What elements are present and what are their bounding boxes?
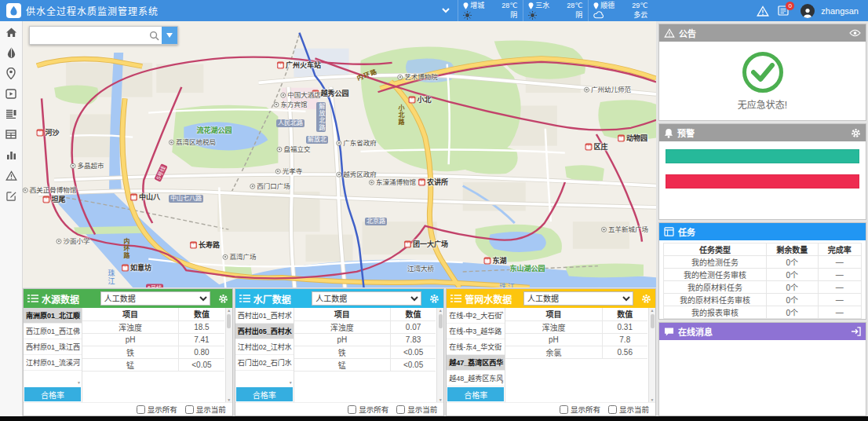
- map-search: [29, 26, 178, 45]
- pass-rate-button[interactable]: 合格率: [236, 387, 293, 401]
- table-scrollbar[interactable]: ▲▼: [225, 308, 232, 402]
- sidebar-item-statistics[interactable]: [0, 145, 22, 165]
- messages-icon[interactable]: 0: [775, 3, 791, 19]
- report-table-icon: [5, 130, 16, 139]
- tasks-table-body: 我的检测任务0个—我的检测任务审核0个—我的原材料任务0个—我的原材料任务审核0…: [664, 256, 862, 319]
- announcement-title: 公告: [679, 27, 696, 39]
- panel-title: 管网水数据: [465, 292, 512, 306]
- bar-chart-icon: [6, 150, 16, 159]
- panel-footer: 显示所有 显示当前: [235, 402, 444, 416]
- map-marker-icon: [6, 68, 16, 79]
- alert-bar-normal[interactable]: [666, 149, 859, 163]
- gear-icon[interactable]: [429, 294, 439, 304]
- data-source-select[interactable]: 人工数据: [523, 291, 633, 306]
- caret-down-icon: [166, 33, 173, 38]
- show-current-checkbox[interactable]: 显示当前: [185, 404, 226, 415]
- station-list-item[interactable]: 江村原01_流溪河: [24, 355, 82, 371]
- task-row: 我的原材料任务0个—: [664, 281, 862, 294]
- sidebar-item-alarm[interactable]: [0, 165, 22, 185]
- parameter-table: 项目数值浑浊度0.07pH7.83铁<0.05锰<0.05 ▲▼: [294, 308, 444, 402]
- eye-icon[interactable]: [849, 29, 861, 37]
- location-pin-icon: [463, 2, 469, 9]
- location-pin-icon: [528, 2, 534, 9]
- gear-icon[interactable]: [641, 294, 651, 304]
- list-bars-icon: [239, 295, 250, 303]
- user-avatar[interactable]: [801, 4, 815, 18]
- username[interactable]: zhangsan: [821, 6, 859, 16]
- parameter-row: 浑浊度0.31: [505, 320, 647, 333]
- station-list-item[interactable]: 石门出02_石门水: [235, 355, 294, 371]
- water-source-panel: 水源数据 人工数据 南洲原01_北江顺西江原01_西江佛西村原01_珠江西江村原…: [23, 288, 233, 416]
- station-list-item[interactable]: 在线-中2_大石街: [447, 308, 505, 324]
- station-list-item[interactable]: 南洲原01_北江顺: [24, 308, 82, 324]
- station-list: 南洲原01_北江顺西江原01_西江佛西村原01_珠江西江村原01_流溪河 ▲▼ …: [24, 308, 82, 402]
- map-search-input[interactable]: [30, 27, 146, 44]
- map[interactable]: M广州火车站M越秀公园M小北M区庄M动物园M河沙M坦尾M中山八M农讲所M如意坊M…: [23, 21, 656, 287]
- sidebar-item-water-source[interactable]: [0, 42, 22, 63]
- topbar: 供水全过程水质监测管理系统 增城 28℃ 阴 三水 28℃ 阴 顺德 29℃: [0, 0, 868, 21]
- station-list-item[interactable]: 西村出05_西村水: [235, 324, 294, 339]
- alert-bar-danger[interactable]: [666, 174, 859, 189]
- pass-rate-button[interactable]: 合格率: [447, 387, 504, 401]
- sidebar-item-edit[interactable]: [0, 185, 22, 206]
- gear-icon[interactable]: [218, 294, 228, 304]
- list-bars-icon: [450, 295, 461, 303]
- station-list-item[interactable]: 江村出02_江村水: [235, 339, 294, 355]
- weather-collapse-button[interactable]: [442, 8, 450, 13]
- tasks-col-type: 任务类型: [664, 243, 767, 256]
- sidebar-item-report[interactable]: [0, 124, 22, 145]
- check-circle-icon: [742, 52, 783, 93]
- announcement-header: 公告: [659, 24, 866, 42]
- chat-bubble-icon: [664, 327, 674, 336]
- parameter-table: 项目数值浑浊度18.5pH7.41铁0.80锰<0.05 ▲▼: [82, 308, 232, 402]
- station-list-item[interactable]: 西村原01_珠江西: [24, 339, 82, 355]
- parameter-table: 项目数值浑浊度0.31pH7.8余氯0.56 ▲▼: [505, 308, 655, 402]
- table-scrollbar[interactable]: ▲▼: [648, 308, 655, 402]
- sun-overcast-icon: [463, 11, 501, 20]
- sidebar-item-map[interactable]: [0, 63, 22, 83]
- sidebar-item-monitor[interactable]: [0, 83, 22, 104]
- sidebar-item-home[interactable]: [0, 22, 22, 42]
- task-row: 我的检测任务审核0个—: [664, 269, 862, 281]
- station-list-item[interactable]: 在线-东4_华文街: [447, 339, 505, 355]
- show-all-checkbox[interactable]: 显示所有: [560, 404, 600, 415]
- parameter-row: pH7.8: [505, 333, 647, 346]
- tasks-body: 任务类型 剩余数量 完成率 我的检测任务0个—我的检测任务审核0个—我的原材料任…: [659, 240, 866, 319]
- panel-footer: 显示所有 显示当前: [447, 402, 655, 416]
- map-canvas: [23, 21, 656, 287]
- station-list: 在线-中2_大石街在线-中3_越华路在线-东4_华文街越47_荔湾区西华越48_…: [447, 308, 505, 402]
- edit-icon: [6, 191, 16, 201]
- weather-group: 增城 28℃ 阴 三水 28℃ 阴 顺德 29℃ 多云: [458, 0, 653, 21]
- pipe-network-panel: 管网水数据 人工数据 在线-中2_大石街在线-中3_越华路在线-东4_华文街越4…: [446, 288, 656, 416]
- tasks-panel: 任务 任务类型 剩余数量 完成率 我的检测任务0个—我的检测任务审核0个—我的原…: [658, 222, 866, 320]
- location-pin-icon: [593, 2, 599, 9]
- weather-cell: 增城 28℃ 阴: [458, 0, 523, 21]
- message-count-badge: 0: [786, 2, 794, 10]
- parameter-row: 锰<0.05: [294, 358, 436, 371]
- alert-panel: 预警: [658, 123, 866, 220]
- data-source-select[interactable]: 人工数据: [312, 291, 421, 306]
- show-current-checkbox[interactable]: 显示当前: [608, 404, 649, 415]
- gear-icon[interactable]: [851, 128, 861, 138]
- search-dropdown-button[interactable]: [162, 27, 177, 44]
- station-list-item[interactable]: 越47_荔湾区西华: [447, 355, 505, 371]
- bell-icon: [664, 128, 673, 138]
- task-row: 我的检测任务0个—: [664, 256, 862, 269]
- data-source-select[interactable]: 人工数据: [100, 291, 210, 306]
- station-list-item[interactable]: 在线-中3_越华路: [447, 324, 505, 339]
- pass-rate-button[interactable]: 合格率: [24, 387, 81, 401]
- show-current-checkbox[interactable]: 显示当前: [396, 404, 437, 415]
- sign-out-icon[interactable]: [851, 327, 861, 336]
- alert-header: 预警: [659, 124, 866, 141]
- show-all-checkbox[interactable]: 显示所有: [348, 404, 388, 415]
- show-all-checkbox[interactable]: 显示所有: [137, 404, 177, 415]
- table-scrollbar[interactable]: ▲▼: [436, 308, 443, 402]
- panel-footer: 显示所有 显示当前: [24, 402, 232, 416]
- station-list-item[interactable]: 西江原01_西江佛: [24, 324, 82, 339]
- station-list: 西村出01_西村水西村出05_西村水江村出02_江村水石门出02_石门水 ▲▼ …: [235, 308, 294, 402]
- sidebar-item-news[interactable]: [0, 104, 22, 124]
- station-list-item[interactable]: 越48_越秀区东风: [447, 371, 505, 386]
- station-list-item[interactable]: 西村出01_西村水: [235, 308, 294, 324]
- messages-panel: 在线消息: [658, 322, 866, 416]
- alarm-warning-icon[interactable]: [755, 3, 771, 19]
